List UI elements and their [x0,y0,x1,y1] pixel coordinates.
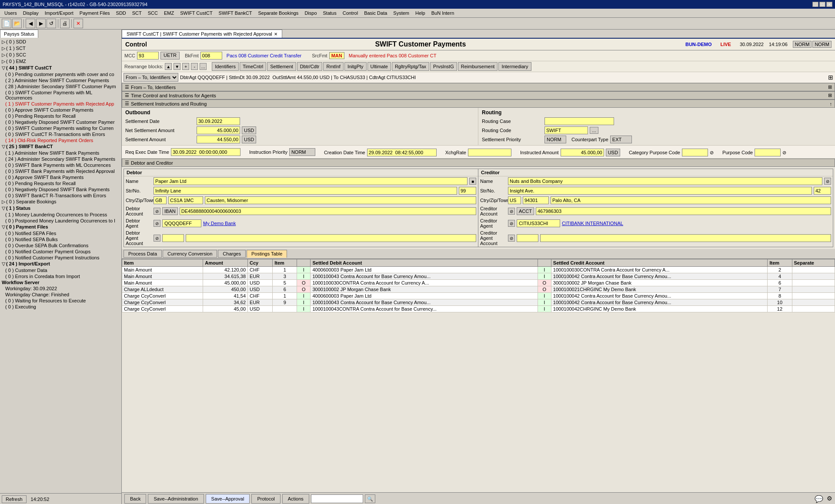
section-time-control[interactable]: ☰ Time Control and Instructions for Agen… [122,91,835,99]
btn-timecntrl[interactable]: TimeCntrl [240,62,266,71]
debtor-agent-icon[interactable]: ⊘ [154,220,160,227]
rearrange-dots-btn[interactable]: … [200,63,207,70]
uetr-btn[interactable]: UETR [160,52,180,60]
sidebar-item-bank-pending-recall[interactable]: ( 0 ) Pending Requests for Recall [4,180,120,186]
from-to-select[interactable]: From – To, Identifiers [124,73,178,82]
btn-prvslnstg[interactable]: PrvslnstG [430,62,457,71]
btn-rgltry[interactable]: RgltryRptg/Tax [392,62,429,71]
creditor-str-input[interactable] [508,187,812,195]
sidebar-item-rejected-app[interactable]: ( 1 ) SWIFT Customer Payments with Rejec… [4,101,120,107]
toolbar-refresh-btn[interactable]: ↺ [47,19,56,28]
debtor-town-input[interactable] [205,196,476,204]
close-btn[interactable]: × [826,2,832,7]
xchg-rate-input[interactable] [468,149,511,156]
creditor-agent-icon[interactable]: ⊘ [508,220,515,227]
back-button[interactable]: Back [124,494,146,504]
section-from-to[interactable]: ☰ From – To, Identifiers ⊞ [122,83,835,91]
tab-swift-custct[interactable]: SWIFT CustCT | SWIFT Customer Payments w… [122,30,282,38]
menu-sdd[interactable]: SDD [114,10,129,17]
sidebar-item-workingday[interactable]: Workingday: 30.09.2022 [4,285,120,292]
sidebar-item-customer-data[interactable]: ( 0 ) Customer Data [4,267,120,273]
sidebar-tab-paysys[interactable]: Paysys Status [0,30,38,38]
sidebar-item-waiting-resources[interactable]: ( 0 ) Waiting for Resources to Execute [4,298,120,304]
sidebar-item-swift-bankct[interactable]: ▽( 25 ) SWIFT BankCT [1,143,120,150]
sidebar-item-scc[interactable]: ▷( 0 ) SCC [1,52,120,58]
menu-control[interactable]: Control [340,10,361,17]
rearrange-up-btn[interactable]: ▲ [165,63,172,70]
debtor-name-input[interactable] [154,177,468,185]
menu-separate-bookings[interactable]: Separate Bookings [255,10,301,17]
section-debtor-creditor[interactable]: ☰ Debtor and Creditor [122,159,835,167]
sidebar-item-notified-instructions[interactable]: ( 0 ) Notified Customer Payment Instruct… [4,255,120,261]
sidebar-item-emz[interactable]: ▷( 0 ) EMZ [1,58,120,65]
sidebar-item-bank-administer-new[interactable]: ( 1 ) Administer New SWIFT Bank Payments [4,150,120,156]
sidebar-item-pending-recall[interactable]: ( 0 ) Pending Requests for Recall [4,113,120,119]
debtor-agent-account-input1[interactable] [162,234,184,242]
menu-system[interactable]: System [391,10,412,17]
sidebar-item-waiting-curr[interactable]: ( 0 ) SWIFT Customer Payments waiting fo… [4,125,120,131]
sidebar-item-bank-neg[interactable]: ( 0 ) Negatively Disposed SWIFT Bank Pay… [4,186,120,192]
settlement-date-input[interactable] [197,117,240,125]
sidebar-item-sdd[interactable]: ▷( 0 ) SDD [1,39,120,45]
routing-case-input[interactable] [544,117,614,125]
menu-dispo[interactable]: Dispo [302,10,319,17]
btn-reimbursement[interactable]: Reimbursement [458,62,498,71]
menu-import-export[interactable]: Import/Export [42,10,76,17]
debtor-agent-account-input2[interactable] [186,234,476,242]
sidebar-item-workingday-change[interactable]: Workingday Change: Finished [4,292,120,298]
sidebar-item-overdue-sepa[interactable]: ( 0 ) Overdue SEPA Bulk Confirmations [4,242,120,249]
creditor-name-icon[interactable]: ⊘ [824,178,831,185]
menu-basic-data[interactable]: Basic Data [361,10,390,17]
debtor-name-icon[interactable]: ■ [469,178,476,185]
menu-swift-bankct[interactable]: SWIFT BankCT [216,10,255,17]
btn-rmtinf[interactable]: RmtInf [323,62,343,71]
sidebar-item-ml-occurrences[interactable]: ( 0 ) SWIFT Customer Payments with ML Oc… [4,90,120,101]
sidebar-item-ml-process[interactable]: ( 1 ) Money Laundering Occurrences to Pr… [4,212,120,218]
protocol-button[interactable]: Protocol [251,494,280,504]
sidebar-item-pending-cover[interactable]: ( 0 ) Pending customer payments with cov… [4,71,120,77]
creditor-acct-input[interactable] [536,207,831,215]
maximize-btn[interactable]: □ [819,2,825,7]
tab-currency-conversion[interactable]: Currency Conversion [163,250,217,258]
sidebar-item-notified-bulks[interactable]: ( 0 ) Notified SEPA Bulks [4,236,120,242]
mcc-input[interactable] [137,52,159,60]
creditor-account-icon[interactable]: ⊘ [508,208,515,215]
sidebar-item-import-export[interactable]: ▽( 24 ) Import/Export [1,261,120,267]
sidebar-item-administer-new[interactable]: ( 2 ) Administer New SWIFT Customer Paym… [4,77,120,83]
cat-purpose-input[interactable] [682,149,708,156]
creditor-name-input[interactable] [508,177,822,185]
routing-code-btn[interactable]: … [590,127,598,134]
menu-users[interactable]: Users [2,10,20,17]
sidebar-item-errors-coredata[interactable]: ( 0 ) Errors in Coredata from Import [4,273,120,279]
sidebar-item-payment-files[interactable]: ▽( 0 ) Payment Files [1,224,120,230]
btn-ultimate[interactable]: Ultimate [367,62,391,71]
btn-dbtr-cdtr[interactable]: Dbtr/Cdtr [297,62,323,71]
rearrange-down-btn[interactable]: ▼ [174,63,180,70]
sidebar-item-notified-groups[interactable]: ( 0 ) Notified Customer Payment Groups [4,249,120,255]
debtor-ctry-input[interactable] [154,196,167,204]
menu-bun-intern[interactable]: BuN Intern [429,10,457,17]
sidebar-item-bank-ml[interactable]: ( 0 ) SWIFT Bank Payments with ML Occurr… [4,162,120,168]
creditor-ctry-input[interactable] [508,196,521,204]
creditor-agent-account-input1[interactable] [517,234,538,242]
menu-display[interactable]: Display [20,10,41,17]
sidebar-item-separate[interactable]: ▷( 0 ) Separate Bookings [1,199,120,205]
instr-amount-input[interactable] [561,149,604,156]
save-admin-button[interactable]: Save--Administration [148,494,204,504]
settings-icon[interactable]: ⚙ [827,495,832,503]
search-input[interactable] [311,494,363,503]
sidebar-item-old-risk[interactable]: ( 14 ) Old-Risk Reported Payment Orders [4,137,120,143]
tab-process-data[interactable]: Process Data [124,250,162,258]
toolbar-open-btn[interactable]: 📂 [12,19,22,28]
creditor-town-input[interactable] [551,196,831,204]
toolbar-stop-btn[interactable]: ✕ [73,19,83,28]
sidebar-item-sct[interactable]: ▷( 1 ) SCT [1,45,120,52]
sidebar-item-executing[interactable]: ( 0 ) Executing [4,304,120,310]
purpose-input[interactable] [755,149,781,156]
minimize-btn[interactable]: _ [812,2,818,7]
menu-emz[interactable]: EMZ [161,10,177,17]
refresh-button[interactable]: Refresh [2,495,27,503]
settlement-amount-input[interactable] [197,136,240,143]
creditor-agent-account-icon[interactable]: ⊘ [508,235,515,242]
sidebar-item-status[interactable]: ▽( 1 ) Status [1,205,120,212]
